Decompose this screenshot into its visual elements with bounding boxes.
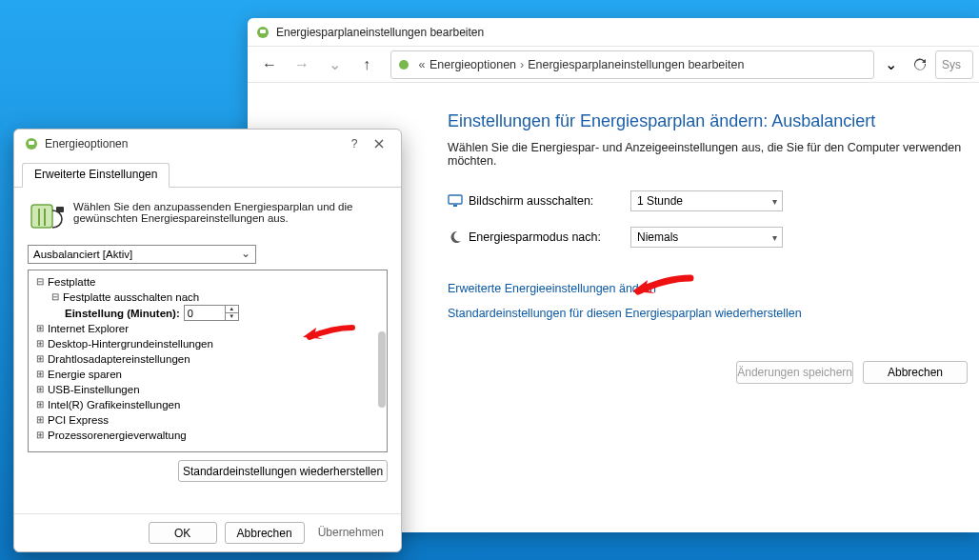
tree-node-pci[interactable]: PCI Express [48, 412, 109, 428]
power-options-icon [24, 136, 39, 151]
save-changes-button[interactable]: Änderungen speichern [736, 361, 853, 384]
dialog-footer: OK Abbrechen Übernehmen [14, 513, 401, 551]
advanced-power-dialog: Energieoptionen ? Erweiterte Einstellung… [13, 129, 402, 552]
explorer-titlebar: Energiesparplaneinstellungen bearbeiten [248, 18, 979, 47]
tree-node-ie[interactable]: Internet Explorer [48, 321, 129, 336]
spin-up-button[interactable]: ▲ [226, 306, 238, 313]
power-plan-icon [397, 58, 410, 71]
tree-node-cpu[interactable]: Prozessorenergieverwaltung [48, 428, 187, 443]
close-icon [374, 139, 384, 149]
battery-plug-icon [28, 199, 68, 235]
display-off-row: Bildschirm ausschalten: 1 Stunde [448, 190, 979, 211]
expand-icon[interactable]: ⊞ [34, 336, 46, 351]
sleep-label: Energiesparmodus nach: [469, 230, 630, 244]
breadcrumb[interactable]: « Energieoptionen › Energiesparplaneinst… [390, 50, 874, 79]
sleep-select[interactable]: Niemals [630, 227, 783, 248]
svg-rect-6 [29, 141, 34, 145]
apply-button[interactable]: Übernehmen [312, 522, 390, 544]
close-button[interactable] [367, 133, 391, 154]
refresh-button[interactable] [905, 50, 935, 79]
breadcrumb-item[interactable]: Energieoptionen [430, 58, 516, 71]
moon-icon [448, 230, 463, 245]
sleep-row: Energiesparmodus nach: Niemals [448, 227, 979, 248]
collapse-icon[interactable]: ⊟ [50, 290, 61, 305]
tree-node-hdd-off[interactable]: Festplatte ausschalten nach [63, 290, 199, 305]
sleep-value: Niemals [637, 230, 678, 244]
chevron-right-icon: › [520, 58, 524, 71]
display-off-select[interactable]: 1 Stunde [630, 190, 783, 211]
help-button[interactable]: ? [342, 133, 367, 154]
explorer-navbar: ← → ⌄ ↑ « Energieoptionen › Energiesparp… [248, 47, 979, 83]
minutes-input[interactable] [185, 306, 225, 320]
nav-history-button[interactable]: ⌄ [318, 50, 350, 79]
restore-defaults-button[interactable]: Standardeinstellungen wiederherstellen [178, 460, 388, 482]
cancel-button[interactable]: Abbrechen [225, 522, 305, 544]
dialog-body: Wählen Sie den anzupassenden Energiespar… [14, 188, 401, 513]
svg-rect-1 [260, 30, 266, 33]
tab-advanced-settings[interactable]: Erweiterte Einstellungen [22, 163, 170, 188]
power-plan-select[interactable]: Ausbalanciert [Aktiv] [28, 245, 256, 264]
tree-node-desktop-bg[interactable]: Desktop-Hintergrundeinstellungen [48, 336, 213, 351]
search-placeholder: Sys [942, 58, 961, 71]
expand-icon[interactable]: ⊞ [34, 351, 46, 367]
expand-icon[interactable]: ⊞ [34, 321, 46, 336]
nav-back-button[interactable]: ← [253, 50, 286, 79]
dialog-title: Energieoptionen [45, 137, 128, 150]
page-subtitle: Wählen Sie die Energiespar- und Anzeigee… [448, 141, 979, 168]
nav-forward-button[interactable]: → [286, 50, 318, 79]
restore-plan-defaults-link[interactable]: Standardeinstellungen für diesen Energie… [448, 307, 979, 320]
tree-node-hdd[interactable]: Festplatte [48, 274, 96, 290]
tree-node-wireless[interactable]: Drahtlosadaptereinstellungen [48, 351, 190, 367]
minutes-spinner[interactable]: ▲▼ [184, 305, 239, 321]
breadcrumb-prefix: « [414, 58, 430, 71]
spin-down-button[interactable]: ▼ [226, 313, 238, 321]
monitor-icon [448, 193, 463, 209]
breadcrumb-dropdown[interactable]: ⌄ [882, 55, 899, 73]
refresh-icon [912, 57, 928, 72]
power-plan-icon [255, 25, 270, 40]
explorer-title: Energiesparplaneinstellungen bearbeiten [276, 26, 484, 39]
svg-point-2 [399, 60, 409, 70]
power-plan-value: Ausbalanciert [Aktiv] [33, 249, 132, 260]
tree-node-intel-gfx[interactable]: Intel(R) Grafikeinstellungen [48, 397, 180, 412]
search-input[interactable]: Sys [935, 50, 973, 79]
settings-tree[interactable]: ⊟Festplatte ⊟Festplatte ausschalten nach… [28, 270, 388, 452]
tree-node-usb[interactable]: USB-Einstellungen [48, 382, 140, 397]
expand-icon[interactable]: ⊞ [34, 412, 46, 428]
page-title: Einstellungen für Energiesparplan ändern… [448, 111, 979, 131]
explorer-button-row: Änderungen speichern Abbrechen [736, 361, 968, 384]
expand-icon[interactable]: ⊞ [34, 367, 46, 382]
advanced-settings-link[interactable]: Erweiterte Energieeinstellungen ändern [448, 282, 979, 295]
dialog-intro-text: Wählen Sie den anzupassenden Energiespar… [73, 199, 388, 235]
svg-rect-4 [453, 205, 457, 207]
cancel-button[interactable]: Abbrechen [863, 361, 968, 384]
collapse-icon[interactable]: ⊟ [34, 274, 46, 290]
expand-icon[interactable]: ⊞ [34, 397, 46, 412]
dialog-tabs: Erweiterte Einstellungen [14, 158, 401, 188]
display-off-label: Bildschirm ausschalten: [469, 194, 630, 208]
setting-minutes-label: Einstellung (Minuten): [65, 306, 180, 321]
svg-rect-8 [56, 207, 64, 212]
display-off-value: 1 Stunde [637, 194, 683, 208]
svg-rect-3 [449, 195, 462, 204]
ok-button[interactable]: OK [149, 522, 217, 544]
dialog-intro: Wählen Sie den anzupassenden Energiespar… [28, 199, 388, 235]
tree-node-save-energy[interactable]: Energie sparen [48, 367, 122, 382]
breadcrumb-item[interactable]: Energiesparplaneinstellungen bearbeiten [528, 58, 744, 71]
expand-icon[interactable]: ⊞ [34, 382, 46, 397]
scrollbar-thumb[interactable] [378, 331, 386, 408]
dialog-titlebar: Energieoptionen ? [14, 130, 401, 158]
expand-icon[interactable]: ⊞ [34, 428, 46, 443]
svg-rect-7 [31, 205, 52, 228]
nav-up-button[interactable]: ↑ [350, 50, 383, 79]
